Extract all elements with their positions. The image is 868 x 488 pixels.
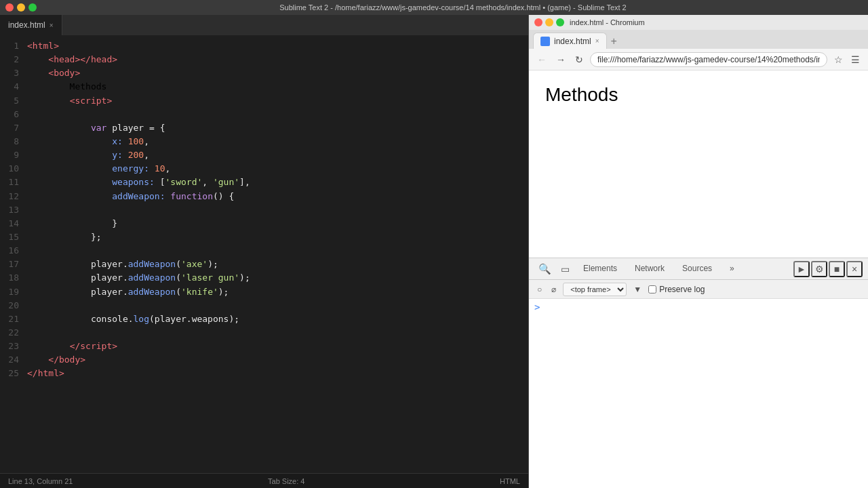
code-line: energy: 10,	[27, 162, 528, 176]
frame-chevron-btn[interactable]: ▼	[631, 283, 644, 296]
code-line	[27, 326, 528, 340]
code-line	[27, 244, 528, 258]
editor-tab-bar: index.html ×	[0, 15, 528, 35]
close-browser-tab-icon[interactable]: ×	[595, 37, 599, 45]
browser-menu-button[interactable]: ☰	[848, 53, 863, 66]
browser-tab-label: index.html	[554, 37, 591, 46]
line-number: 23	[0, 340, 19, 353]
browser-title-bar: index.html - Chromium	[529, 15, 868, 30]
status-bar: Line 13, Column 21 Tab Size: 4 HTML	[0, 473, 528, 488]
code-line: console.log(player.weapons);	[27, 312, 528, 326]
browser-window-title: index.html - Chromium	[570, 18, 645, 26]
forward-button[interactable]: →	[553, 53, 568, 66]
devtools-settings-icon[interactable]: ⚙	[811, 261, 827, 277]
code-line: }	[27, 217, 528, 230]
browser-address-bar: ← → ↻ ☆ ☰	[529, 49, 868, 70]
devtools-tab-sources[interactable]: Sources	[674, 258, 720, 280]
line-number: 20	[0, 299, 19, 312]
top-frame-select[interactable]: <top frame>	[563, 283, 627, 296]
devtools-tab-network[interactable]: Network	[627, 258, 673, 280]
address-input[interactable]	[590, 52, 827, 67]
code-line: weapons: ['sword', 'gun'],	[27, 176, 528, 189]
line-number: 25	[0, 367, 19, 380]
back-button[interactable]: ←	[534, 53, 549, 66]
browser-icons: ☆ ☰	[831, 53, 863, 66]
refresh-button[interactable]: ↻	[572, 53, 586, 66]
console-clear-btn[interactable]: ○	[534, 283, 545, 296]
line-number: 24	[0, 353, 19, 367]
devtools-tab-elements[interactable]: Elements	[575, 258, 625, 280]
preserve-log-checkbox[interactable]	[648, 285, 656, 293]
devtools-mobile-icon[interactable]: ▭	[557, 261, 574, 277]
line-number: 12	[0, 190, 19, 203]
line-number: 7	[0, 121, 19, 135]
cursor-position: Line 13, Column 21	[8, 477, 73, 485]
browser-minimize-btn[interactable]	[545, 18, 553, 26]
bookmark-button[interactable]: ☆	[831, 53, 846, 66]
browser-maximize-btn[interactable]	[556, 18, 564, 26]
devtools-dock-icon[interactable]: ■	[829, 261, 845, 277]
line-number: 15	[0, 230, 19, 244]
browser-window-controls	[534, 18, 564, 26]
line-number: 3	[0, 66, 19, 80]
line-number: 14	[0, 217, 19, 230]
console-toolbar: ○ ⌀ <top frame> ▼ Preserve log	[529, 280, 868, 299]
editor-panel: index.html × 123456789101112131415161718…	[0, 15, 529, 488]
code-line: <html>	[27, 39, 528, 53]
code-line: var player = {	[27, 121, 528, 135]
devtools-execute-icon[interactable]: ►	[793, 261, 810, 277]
devtools-inspect-icon[interactable]: 🔍	[534, 260, 555, 278]
browser-tab-index-html[interactable]: index.html ×	[533, 33, 607, 49]
devtools-panel: 🔍 ▭ Elements Network Sources »	[529, 258, 868, 488]
code-line	[27, 203, 528, 217]
line-number: 5	[0, 94, 19, 108]
code-line: Methods	[27, 80, 528, 94]
line-number: 18	[0, 271, 19, 285]
preserve-log-label[interactable]: Preserve log	[648, 285, 705, 294]
console-content[interactable]: >	[529, 299, 868, 488]
code-line: </script>	[27, 340, 528, 353]
close-window-btn[interactable]	[5, 3, 14, 12]
code-line: <body>	[27, 66, 528, 80]
line-number: 21	[0, 312, 19, 326]
console-filter-btn[interactable]: ⌀	[549, 283, 559, 296]
devtools-close-icon[interactable]: ×	[846, 261, 863, 277]
page-title: Methods	[545, 84, 852, 106]
line-numbers: 1234567891011121314151617181920212223242…	[0, 38, 27, 470]
editor-tab-label: index.html	[8, 20, 45, 30]
line-number: 10	[0, 162, 19, 176]
preserve-log-text: Preserve log	[659, 285, 705, 294]
line-number: 16	[0, 244, 19, 258]
page-content: Methods	[529, 70, 868, 258]
code-line: player.addWeapon('knife');	[27, 285, 528, 299]
editor-tab-index-html[interactable]: index.html ×	[0, 15, 62, 35]
code-area: 1234567891011121314151617181920212223242…	[0, 35, 528, 473]
browser-tab-bar: index.html × +	[529, 30, 868, 49]
code-line: </body>	[27, 353, 528, 367]
code-line	[27, 299, 528, 312]
code-line: y: 200,	[27, 148, 528, 162]
browser-panel: index.html - Chromium index.html × + ← →…	[529, 15, 868, 488]
main-container: index.html × 123456789101112131415161718…	[0, 15, 868, 488]
new-tab-button[interactable]: +	[607, 35, 621, 47]
tab-size: Tab Size: 4	[268, 477, 304, 485]
minimize-window-btn[interactable]	[17, 3, 25, 12]
code-line: <head></head>	[27, 53, 528, 66]
window-controls	[5, 3, 37, 12]
code-line: player.addWeapon('laser gun');	[27, 271, 528, 285]
code-line: x: 100,	[27, 135, 528, 148]
line-number: 11	[0, 176, 19, 189]
browser-close-btn[interactable]	[534, 18, 542, 26]
devtools-right-icons: ► ⚙ ■ ×	[793, 261, 863, 277]
line-number: 1	[0, 39, 19, 53]
line-number: 13	[0, 203, 19, 217]
code-line: addWeapon: function() {	[27, 190, 528, 203]
line-number: 22	[0, 326, 19, 340]
console-arrow-icon: >	[534, 302, 540, 312]
devtools-tab-more[interactable]: »	[722, 258, 743, 280]
maximize-window-btn[interactable]	[28, 3, 37, 12]
close-editor-tab-icon[interactable]: ×	[50, 22, 54, 29]
code-content[interactable]: <html> <head></head> <body> Methods <scr…	[27, 38, 528, 470]
console-prompt: >	[534, 302, 863, 312]
code-line: </html>	[27, 367, 528, 380]
